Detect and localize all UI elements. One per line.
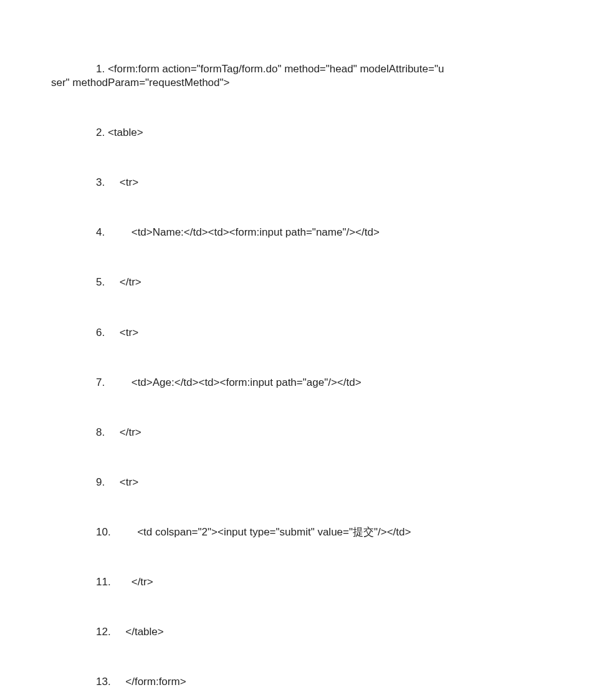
code-text: <td>Name:</td><td><form:input path="name… [108, 226, 380, 238]
line-number: 4. [96, 226, 105, 238]
code-text: </form:form> [113, 676, 186, 688]
line-number: 2. [96, 127, 105, 138]
line-number: 11. [96, 576, 111, 588]
code-listing: 1. <form:form action="formTag/form.do" m… [0, 0, 589, 689]
line-number: 10. [96, 526, 111, 538]
code-line: 2. <table> [51, 126, 538, 140]
code-line: 11. </tr> [51, 575, 538, 589]
code-line: 5. </tr> [51, 276, 538, 289]
code-text: <td>Age:</td><td><form:input path="age"/… [108, 376, 362, 388]
code-text: <td colspan="2"><input type="submit" val… [113, 526, 411, 538]
line-number: 5. [96, 276, 105, 288]
code-line: 6. <tr> [51, 326, 538, 340]
code-line: 12. </table> [51, 625, 538, 639]
code-text-wrap: ser" methodParam="requestMethod"> [51, 77, 229, 89]
code-text: </tr> [108, 276, 141, 288]
code-text: </tr> [113, 576, 153, 588]
code-line: 8. </tr> [51, 426, 538, 439]
code-line: 13. </form:form> [51, 675, 538, 689]
line-number: 6. [96, 327, 105, 338]
code-text: <form:form action="formTag/form.do" meth… [108, 63, 444, 75]
code-text: </tr> [108, 426, 141, 438]
line-number: 13. [96, 676, 111, 688]
line-number: 3. [96, 176, 105, 188]
code-text: <table> [108, 127, 143, 138]
code-text: </table> [113, 626, 163, 638]
code-line: 7. <td>Age:</td><td><form:input path="ag… [51, 376, 538, 390]
line-number: 8. [96, 426, 105, 438]
line-number: 12. [96, 626, 111, 638]
code-text: <tr> [108, 327, 138, 338]
code-text: <tr> [108, 476, 138, 488]
line-number: 1. [96, 63, 105, 75]
line-number: 9. [96, 476, 105, 488]
code-line: 10. <td colspan="2"><input type="submit"… [51, 525, 538, 539]
code-line: 4. <td>Name:</td><td><form:input path="n… [51, 226, 538, 239]
line-number: 7. [96, 376, 105, 388]
code-text: <tr> [108, 176, 138, 188]
code-line: 9. <tr> [51, 476, 538, 489]
code-line: 3. <tr> [51, 176, 538, 189]
code-line: 1. <form:form action="formTag/form.do" m… [51, 62, 538, 90]
